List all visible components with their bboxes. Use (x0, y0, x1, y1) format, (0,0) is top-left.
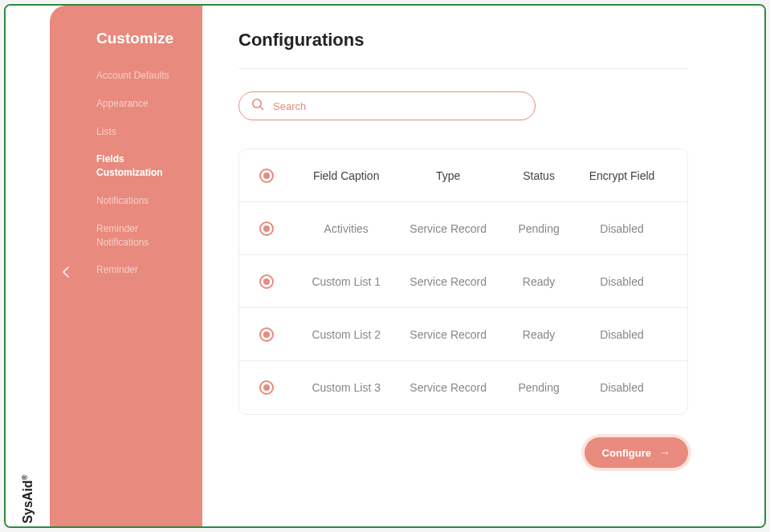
chevron-left-icon[interactable] (63, 266, 69, 280)
cell-encrypt: Disabled (576, 328, 667, 341)
configure-label: Configure (602, 447, 651, 459)
header-status: Status (501, 169, 576, 182)
cell-status: Ready (501, 328, 576, 341)
cell-encrypt: Disabled (576, 275, 667, 288)
search-icon (251, 98, 264, 114)
arrow-right-icon: → (659, 446, 670, 459)
svg-line-1 (260, 107, 263, 110)
sidebar-item-account-defaults[interactable]: Account Defaults (82, 62, 202, 90)
sidebar: Customize Account Defaults Appearance Li… (82, 6, 202, 526)
configure-button[interactable]: Configure → (585, 437, 688, 468)
sidebar-item-reminder-notifications[interactable]: Reminder Notifications (82, 215, 202, 257)
sidebar-item-appearance[interactable]: Appearance (82, 90, 202, 118)
cell-encrypt: Disabled (576, 381, 667, 394)
sidebar-title: Customize (82, 30, 202, 62)
cell-encrypt: Disabled (576, 222, 667, 235)
cell-type: Service Record (395, 222, 501, 235)
table-row[interactable]: Custom List 3 Service Record Pending Dis… (239, 361, 687, 414)
cell-status: Ready (501, 275, 576, 288)
cell-status: Pending (501, 222, 576, 235)
table-row[interactable]: Custom List 2 Service Record Ready Disab… (239, 308, 687, 361)
cell-type: Service Record (395, 275, 501, 288)
title-divider (238, 68, 688, 69)
sidebar-item-fields-customization[interactable]: Fields Customization (82, 145, 202, 187)
radio-icon[interactable] (259, 169, 274, 183)
cell-type: Service Record (395, 328, 501, 341)
logo-gutter: SysAid® (6, 6, 50, 526)
radio-icon[interactable] (259, 327, 274, 342)
header-select-all[interactable] (259, 169, 297, 183)
cell-caption: Custom List 3 (297, 381, 395, 394)
header-encrypt: Encrypt Field (576, 169, 667, 182)
search-input[interactable] (238, 91, 536, 120)
radio-icon[interactable] (259, 380, 274, 395)
sidebar-item-lists[interactable]: Lists (82, 118, 202, 146)
cell-caption: Custom List 1 (297, 275, 395, 288)
cell-type: Service Record (395, 381, 501, 394)
cell-status: Pending (501, 381, 576, 394)
page-title: Configurations (238, 30, 728, 51)
header-type: Type (395, 169, 501, 182)
brand-logo: SysAid® (20, 474, 35, 523)
cell-caption: Custom List 2 (297, 328, 395, 341)
cell-caption: Activities (297, 222, 395, 235)
header-caption: Field Caption (297, 169, 395, 182)
action-row: Configure → (238, 437, 688, 468)
sidebar-collapse-strip (50, 6, 82, 526)
table-row[interactable]: Custom List 1 Service Record Ready Disab… (239, 255, 687, 308)
app-frame: SysAid® Customize Account Defaults Appea… (4, 4, 766, 528)
main-content: Configurations Field Caption Type Status… (202, 6, 764, 526)
sidebar-item-notifications[interactable]: Notifications (82, 187, 202, 215)
radio-icon[interactable] (259, 274, 274, 289)
search-wrap (238, 91, 536, 120)
radio-icon[interactable] (259, 221, 274, 236)
table-header-row: Field Caption Type Status Encrypt Field (239, 149, 687, 202)
table-row[interactable]: Activities Service Record Pending Disabl… (239, 202, 687, 255)
sidebar-item-reminder[interactable]: Reminder (82, 256, 202, 284)
config-table: Field Caption Type Status Encrypt Field … (238, 148, 688, 415)
